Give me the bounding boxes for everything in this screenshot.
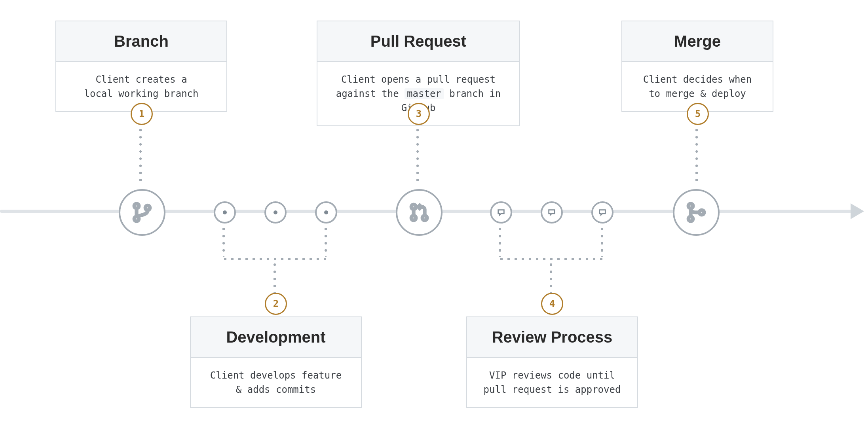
connector: [222, 257, 328, 261]
connector: [324, 225, 328, 257]
connector: [549, 261, 553, 293]
svg-point-6: [688, 204, 693, 208]
connector: [600, 225, 604, 257]
connector: [695, 127, 699, 186]
connector: [273, 261, 277, 293]
commit-dot-icon: [214, 201, 236, 224]
pull-request-icon: [396, 189, 443, 236]
card-title: Merge: [622, 21, 773, 62]
step-badge-2: 2: [265, 293, 287, 315]
connector: [416, 127, 420, 186]
connector: [498, 257, 604, 261]
card-body: Client develops feature & adds commits: [191, 358, 361, 407]
card-title: Branch: [56, 21, 226, 62]
commit-dot-icon: [315, 201, 337, 224]
git-branch-icon: [119, 189, 165, 236]
svg-point-4: [411, 216, 416, 220]
svg-point-7: [688, 217, 693, 222]
comment-icon: [541, 201, 563, 224]
step-card-branch: Branch Client creates a local working br…: [55, 21, 227, 112]
card-title: Development: [191, 317, 361, 358]
svg-point-3: [411, 205, 416, 209]
connector: [222, 225, 226, 257]
step-card-development: Development Client develops feature & ad…: [190, 316, 362, 408]
svg-point-8: [699, 210, 704, 215]
svg-point-0: [134, 204, 139, 208]
svg-point-5: [422, 216, 427, 220]
card-title: Review Process: [467, 317, 637, 358]
step-card-merge: Merge Client decides when to merge & dep…: [621, 21, 773, 112]
step-badge-4: 4: [541, 293, 563, 315]
step-badge-1: 1: [131, 103, 153, 125]
connector: [139, 127, 142, 186]
timeline-lead-dot: [31, 210, 34, 213]
step-badge-3: 3: [408, 103, 430, 125]
timeline-lead-dot: [7, 210, 10, 213]
svg-point-2: [145, 206, 150, 210]
step-card-review-process: Review Process VIP reviews code until pu…: [466, 316, 638, 408]
connector: [498, 225, 502, 257]
git-merge-icon: [673, 189, 720, 236]
card-title: Pull Request: [317, 21, 519, 62]
code-literal: master: [405, 88, 444, 99]
arrowhead-icon: [851, 203, 864, 219]
commit-dot-icon: [264, 201, 287, 224]
card-body: VIP reviews code until pull request is a…: [467, 358, 637, 407]
comment-icon: [490, 201, 512, 224]
timeline-lead-dot: [19, 210, 22, 213]
step-badge-5: 5: [687, 103, 709, 125]
comment-icon: [591, 201, 613, 224]
